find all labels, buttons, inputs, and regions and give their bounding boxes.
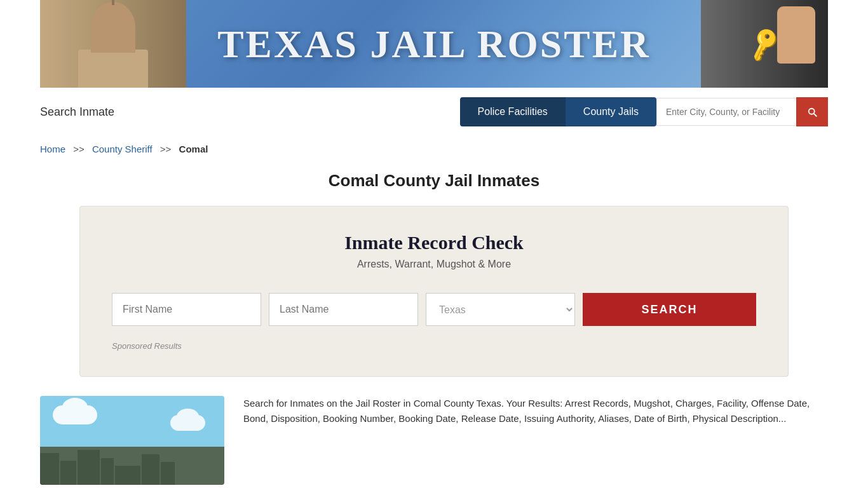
capitol-dome-base [78, 50, 148, 88]
facility-search-button[interactable] [796, 97, 828, 126]
cloud-1 [53, 405, 97, 424]
police-facilities-button[interactable]: Police Facilities [460, 97, 566, 126]
first-name-input[interactable] [112, 293, 261, 326]
inmate-search-title: Inmate Record Check [112, 232, 756, 254]
breadcrumb-sep-1: >> [73, 144, 85, 154]
capitol-image [40, 0, 186, 88]
site-title: Texas Jail Roster [217, 22, 651, 67]
breadcrumb-county-sheriff[interactable]: County Sheriff [92, 144, 153, 154]
search-inmate-label: Search Inmate [40, 105, 114, 119]
bottom-section: Search for Inmates on the Jail Roster in… [40, 396, 828, 488]
header-banner: 🔑 Texas Jail Roster [40, 0, 828, 88]
last-name-input[interactable] [269, 293, 418, 326]
search-icon [806, 106, 818, 118]
header-right-image: 🔑 [701, 0, 828, 88]
breadcrumb: Home >> County Sheriff >> Comal [40, 136, 828, 165]
page-title: Comal County Jail Inmates [0, 171, 868, 191]
capitol-dome-top [91, 2, 135, 53]
bottom-description: Search for Inmates on the Jail Roster in… [243, 396, 828, 485]
facility-search-input[interactable] [656, 98, 796, 126]
capitol-dome-spire [112, 0, 114, 5]
county-jails-button[interactable]: County Jails [566, 97, 656, 126]
sponsored-label: Sponsored Results [112, 341, 756, 351]
hand-image [777, 6, 815, 64]
cloud-2 [170, 415, 205, 431]
building-silhouette [40, 447, 224, 485]
search-form-row: AlabamaAlaskaArizonaArkansasCaliforniaCo… [112, 293, 756, 326]
bottom-image [40, 396, 224, 485]
nav-bar: Search Inmate Police Facilities County J… [40, 88, 828, 136]
state-select[interactable]: AlabamaAlaskaArizonaArkansasCaliforniaCo… [426, 293, 575, 326]
inmate-search-button[interactable]: SEARCH [583, 293, 756, 326]
inmate-search-area: Inmate Record Check Arrests, Warrant, Mu… [79, 206, 789, 377]
breadcrumb-sep-2: >> [160, 144, 172, 154]
inmate-search-subtitle: Arrests, Warrant, Mugshot & More [112, 259, 756, 270]
breadcrumb-current: Comal [179, 144, 208, 154]
nav-right: Police Facilities County Jails [460, 97, 828, 126]
breadcrumb-home[interactable]: Home [40, 144, 65, 154]
